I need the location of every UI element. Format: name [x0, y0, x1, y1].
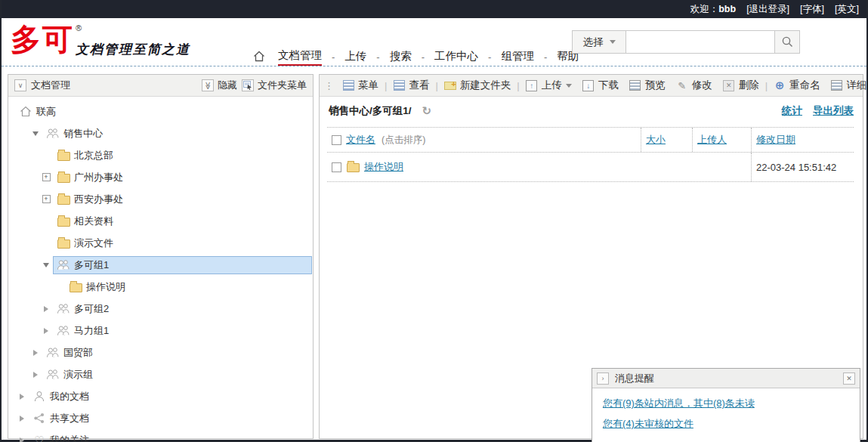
tree-item-body[interactable]: ♡我的关注: [29, 431, 313, 442]
hide-sidebar-button[interactable]: ≫ 隐藏: [202, 79, 237, 92]
tree-item-body[interactable]: 西安办事处: [53, 190, 313, 209]
nav-item-4[interactable]: 工作中心: [434, 49, 478, 65]
tree-item-body[interactable]: 多可组1: [53, 256, 312, 274]
expander-closed-icon[interactable]: [15, 437, 29, 442]
toolbar-button-3[interactable]: 新建文件夹: [439, 79, 517, 92]
tree-item-body[interactable]: 联高: [15, 103, 313, 121]
tree-item-13[interactable]: 演示组: [8, 363, 313, 385]
logout-link[interactable]: [退出登录]: [746, 3, 789, 16]
select-all-checkbox[interactable]: [332, 135, 341, 145]
expand-panel-icon[interactable]: ›: [597, 372, 609, 385]
font-switch-link[interactable]: [字体]: [800, 3, 824, 16]
logo-text: 多可: [11, 21, 74, 57]
toolbar-separator: |: [517, 80, 519, 91]
tree-item-body[interactable]: 演示组: [42, 366, 313, 384]
filename-column-header[interactable]: 文件名: [346, 133, 375, 147]
toolbar-button-6[interactable]: 预览: [624, 79, 671, 92]
folder-icon: [69, 282, 82, 292]
expander-plus-icon[interactable]: +: [39, 173, 53, 181]
nav-item-2[interactable]: 上传: [344, 49, 366, 65]
tree-item-15[interactable]: 共享文档: [8, 407, 313, 429]
tree-item-body[interactable]: 演示文件: [53, 234, 313, 252]
new-folder-icon: [444, 79, 456, 91]
tree-item-body[interactable]: 销售中心: [42, 125, 313, 143]
tree-item-2[interactable]: 销售中心: [8, 122, 313, 144]
chevron-down-icon: [610, 40, 616, 44]
search-input[interactable]: [626, 30, 775, 54]
tree-item-11[interactable]: 马力组1: [8, 320, 313, 342]
nav-item-3[interactable]: 搜索: [390, 49, 412, 65]
refresh-icon[interactable]: ↻: [422, 104, 432, 118]
toolbar-button-7[interactable]: ✎修改: [671, 79, 718, 92]
file-name-link[interactable]: 操作说明: [364, 160, 403, 174]
expander-open-icon[interactable]: [29, 131, 42, 136]
tree-item-body[interactable]: 北京总部: [53, 147, 313, 165]
modified-column-header[interactable]: 修改日期: [756, 133, 795, 147]
toolbar-button-8[interactable]: ✕删除: [718, 79, 765, 92]
tree-item-body[interactable]: 共享文档: [29, 410, 313, 428]
uploader-column-header[interactable]: 上传人: [697, 133, 727, 147]
collapse-section-icon[interactable]: ∨: [14, 79, 26, 91]
message-link-2[interactable]: 您有(4)未审核的文件: [603, 417, 849, 431]
message-link-1[interactable]: 您有(9)条站内消息，其中(8)条未读: [603, 397, 849, 410]
home-icon[interactable]: [253, 51, 265, 64]
search-scope-select[interactable]: 选择: [572, 30, 626, 54]
tree-item-6[interactable]: 相关资料: [8, 210, 313, 232]
folder-icon: [57, 194, 70, 205]
tree-item-body[interactable]: 相关资料: [53, 212, 313, 230]
close-icon[interactable]: ✕: [843, 372, 855, 385]
tree-item-3[interactable]: 北京总部: [8, 144, 313, 166]
expander-closed-icon[interactable]: [39, 306, 53, 312]
size-column-header[interactable]: 大小: [646, 133, 666, 147]
expander-closed-icon[interactable]: [15, 394, 29, 400]
tree-item-body[interactable]: 我的文档: [29, 388, 313, 406]
toolbar-button-4[interactable]: ↑上传: [520, 79, 577, 92]
expander-open-icon[interactable]: [39, 263, 53, 267]
breadcrumb-row: 销售中心/多可组1/ ↻ 统计 导出列表: [320, 97, 863, 121]
top-bar: 欢迎：bbb [退出登录] [字体] [英文]: [2, 0, 866, 18]
main-toolbar: ⋮ 菜单|查看|新建文件夹|↑上传↓下载预览✎修改✕删除|⊕重命名详细: [320, 75, 863, 97]
language-switch-link[interactable]: [英文]: [835, 3, 859, 16]
logo: 多可 ® 文档管理至简之道: [11, 21, 190, 58]
expander-closed-icon[interactable]: [15, 416, 29, 422]
tree-item-5[interactable]: +西安办事处: [8, 188, 313, 210]
tree-item-body[interactable]: 操作说明: [65, 278, 313, 296]
tree-item-body[interactable]: 广州办事处: [53, 168, 313, 187]
toolbar-button-2[interactable]: 查看: [388, 79, 434, 92]
tree-item-14[interactable]: 我的文档: [8, 385, 313, 407]
chevron-down-icon[interactable]: [566, 84, 572, 88]
toolbar-button-5[interactable]: ↓下载: [577, 79, 624, 92]
tree-item-10[interactable]: 多可组2: [8, 298, 313, 320]
nav-item-1[interactable]: 文档管理: [278, 48, 322, 66]
folder-icon: [57, 238, 70, 249]
search-button[interactable]: [775, 30, 800, 54]
expander-closed-icon[interactable]: [29, 372, 42, 378]
tree-item-7[interactable]: 演示文件: [8, 232, 313, 254]
group-icon: [57, 259, 70, 270]
toolbar-button-1[interactable]: 菜单: [337, 79, 384, 92]
export-list-link[interactable]: 导出列表: [813, 104, 854, 118]
tree-item-12[interactable]: 国贸部: [8, 342, 313, 363]
tree-item-8[interactable]: 多可组1: [8, 254, 313, 276]
row-checkbox[interactable]: [332, 162, 341, 172]
nav-item-5[interactable]: 组管理: [501, 49, 534, 65]
tree-item-body[interactable]: 马力组1: [53, 322, 313, 340]
toolbar-button-9[interactable]: ⊕重命名: [768, 79, 826, 92]
stats-link[interactable]: 统计: [782, 104, 802, 118]
folder-menu-button[interactable]: 文件夹菜单: [242, 79, 307, 92]
expander-closed-icon[interactable]: [39, 328, 53, 334]
tree-item-9[interactable]: 操作说明: [8, 276, 313, 298]
tree-item-body[interactable]: 国贸部: [42, 344, 313, 362]
expander-closed-icon[interactable]: [29, 350, 42, 356]
toolbar-button-label: 重命名: [789, 79, 820, 92]
tree-item-body[interactable]: 多可组2: [53, 300, 313, 318]
folder-icon: [57, 196, 70, 205]
tree-item-16[interactable]: ♡我的关注: [8, 429, 313, 442]
toolbar-button-10[interactable]: 详细: [826, 79, 868, 92]
view-list-icon: [393, 79, 405, 91]
expander-plus-icon[interactable]: +: [39, 195, 53, 203]
tree-item-1[interactable]: 联高: [8, 100, 313, 122]
tree-item-4[interactable]: +广州办事处: [8, 166, 313, 188]
tree-item-label: 我的关注: [50, 434, 89, 442]
preview-icon: [629, 79, 641, 91]
